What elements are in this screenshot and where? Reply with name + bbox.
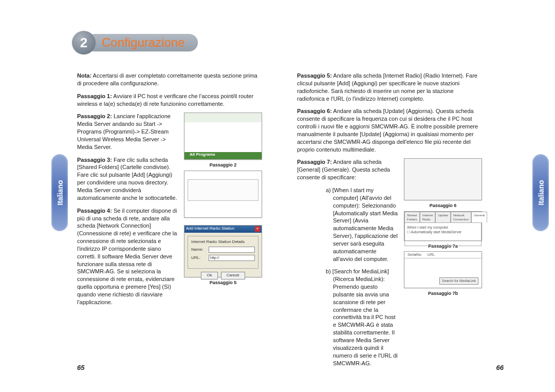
page-number-right: 66	[496, 364, 504, 371]
cancel-button: Cancel	[221, 272, 245, 279]
figure-step2	[184, 113, 262, 160]
search-medialink-button: Search for MediaLink	[439, 277, 478, 284]
step7a: a) [When I start my computer] (All'avvio…	[297, 186, 398, 263]
figure-step7b: SerialNoURL Search for MediaLink	[404, 251, 482, 288]
figure-step6	[404, 158, 482, 200]
close-icon: ×	[255, 226, 260, 232]
chapter-title: Configurazione	[86, 34, 198, 51]
note: Nota: Nota: Accertarsi di aver completat…	[77, 72, 262, 87]
figure-step2-caption: Passaggio 2	[210, 162, 237, 168]
figure-step7a: Shared FoldersInternet RadioUpdateNetwor…	[404, 211, 482, 241]
step1: Passaggio 1: Avviare il PC host e verifi…	[77, 92, 262, 108]
figure-step7b-caption: Passaggio 7b	[428, 290, 458, 296]
step7b: b) [Search for MediaLink] (Ricerca Media…	[297, 268, 398, 367]
step4: Passaggio 4: Se il computer dispone di p…	[77, 207, 178, 306]
step3: Passaggio 3: Fare clic sulla scheda [Sha…	[77, 156, 178, 202]
step2: Passaggio 2: Lanciare l'applicazione Med…	[77, 113, 178, 151]
figure-step5: Add Internet Radio Station× Internet Rad…	[184, 225, 262, 277]
page-number-left: 65	[77, 364, 84, 371]
step7: Passaggio 7: Andare alla scheda [General…	[297, 158, 398, 181]
figure-step6-caption: Passaggio 6	[430, 202, 457, 209]
step5: Passaggio 5: Andare alla scheda [Interne…	[297, 72, 482, 102]
chapter-header: 2 Configurazione	[72, 31, 198, 54]
ok-button: Ok	[201, 272, 217, 279]
figure-shared-folders	[184, 171, 262, 218]
language-tab-left: Italiano	[51, 154, 68, 231]
language-tab-right: Italiano	[532, 154, 549, 231]
step6: Passaggio 6: Andare alla scheda [Update]…	[297, 107, 482, 153]
chapter-number: 2	[72, 31, 96, 54]
